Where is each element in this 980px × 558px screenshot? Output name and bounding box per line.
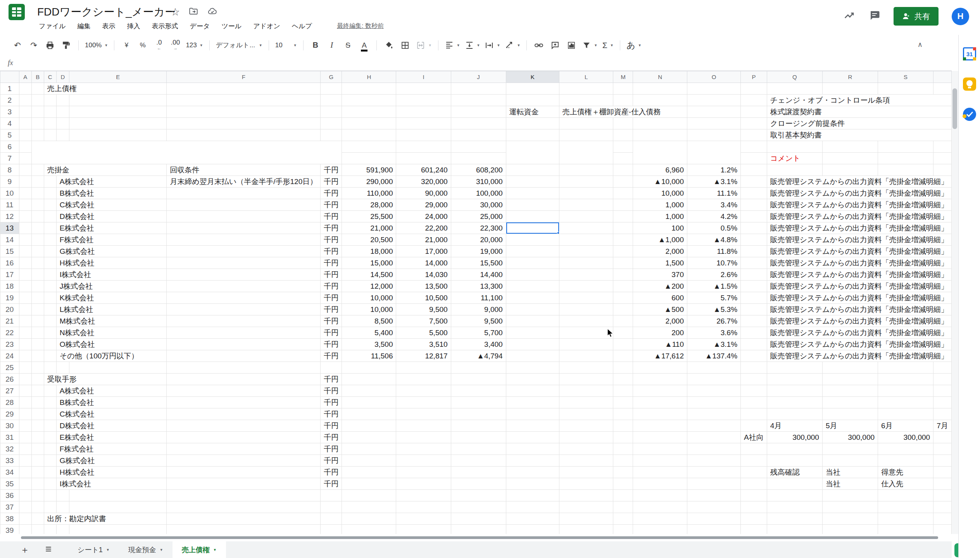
row-header-27[interactable]: 27	[0, 385, 19, 397]
cell-N39[interactable]	[633, 525, 687, 534]
cell-P4[interactable]	[741, 118, 767, 129]
menu-2[interactable]: 編集	[78, 22, 91, 31]
cell-P35[interactable]	[741, 478, 767, 490]
cell-Q1[interactable]	[767, 83, 822, 95]
cell-P10[interactable]	[741, 188, 767, 199]
cell-I11[interactable]: 29,000	[396, 199, 451, 211]
cell-K32[interactable]	[506, 443, 559, 455]
menu-5[interactable]: 表示形式	[152, 22, 178, 31]
row-header-9[interactable]: 9	[0, 176, 19, 188]
cell-D34[interactable]: H株式会社	[56, 467, 167, 478]
cell-J27[interactable]	[451, 385, 506, 397]
cell-C5[interactable]	[44, 129, 56, 141]
cell-P26[interactable]	[741, 374, 767, 385]
cell-F5[interactable]	[167, 129, 321, 141]
cell-N31[interactable]	[633, 432, 687, 443]
cell-F3[interactable]	[167, 106, 321, 118]
cell-H22[interactable]: 5,400	[342, 327, 396, 339]
cell-B24[interactable]	[31, 350, 44, 362]
cell-T33[interactable]	[933, 455, 952, 467]
cell-D20[interactable]: L株式会社	[56, 304, 167, 315]
cell-C21[interactable]	[44, 315, 56, 327]
cell-P36[interactable]	[741, 490, 767, 501]
cell-J34[interactable]	[451, 467, 506, 478]
cell-D14[interactable]: F株式会社	[56, 234, 167, 246]
cell-A9[interactable]	[19, 176, 31, 188]
cell-N21[interactable]: 2,000	[633, 315, 687, 327]
horizontal-scrollbar-thumb[interactable]	[21, 536, 938, 539]
column-header-A[interactable]: A	[19, 71, 31, 83]
cell-O19[interactable]: 5.7%	[687, 292, 741, 304]
cell-N18[interactable]: ▲200	[633, 281, 687, 292]
cell-Q33[interactable]	[767, 455, 822, 467]
cell-O23[interactable]: ▲3.1%	[687, 339, 741, 350]
cell-O30[interactable]	[687, 420, 741, 432]
cell-L17[interactable]	[559, 269, 613, 281]
cell-D32[interactable]: F株式会社	[56, 443, 167, 455]
cell-K24[interactable]	[506, 350, 559, 362]
cell-N10[interactable]: 10,000	[633, 188, 687, 199]
cell-O15[interactable]: 11.8%	[687, 246, 741, 257]
tasks-icon[interactable]	[963, 108, 976, 121]
cell-A21[interactable]	[19, 315, 31, 327]
cell-S26[interactable]	[878, 374, 933, 385]
cell-T8[interactable]	[933, 164, 952, 176]
cell-N2[interactable]	[633, 95, 687, 106]
row-header-2[interactable]: 2	[0, 95, 19, 106]
cell-M25[interactable]	[613, 362, 633, 374]
cell-B13[interactable]	[31, 222, 44, 234]
menu-1[interactable]: ファイル	[39, 22, 66, 31]
cell-I17[interactable]: 14,030	[396, 269, 451, 281]
cell-E36[interactable]	[69, 490, 167, 501]
cell-M17[interactable]	[613, 269, 633, 281]
cell-S39[interactable]	[878, 525, 933, 534]
row-header-35[interactable]: 35	[0, 478, 19, 490]
cell-L38[interactable]	[559, 513, 613, 525]
cell-B2[interactable]	[31, 95, 44, 106]
cell-K11[interactable]	[506, 199, 559, 211]
cell-J36[interactable]	[451, 490, 506, 501]
cell-L25[interactable]	[559, 362, 613, 374]
cell-K31[interactable]	[506, 432, 559, 443]
format-percent-button[interactable]: %	[137, 38, 148, 52]
cell-F1[interactable]	[167, 83, 321, 95]
cell-H4[interactable]	[342, 118, 396, 129]
cell-B36[interactable]	[31, 490, 44, 501]
cell-M8[interactable]	[613, 164, 633, 176]
keep-icon[interactable]	[963, 78, 976, 91]
cloud-saved-icon[interactable]	[207, 6, 218, 18]
create-filter-button[interactable]: ▼	[582, 38, 597, 52]
calendar-icon[interactable]: 31	[963, 47, 976, 60]
cell-H39[interactable]	[342, 525, 396, 534]
cell-B27[interactable]	[31, 385, 44, 397]
cell-J11[interactable]: 30,000	[451, 199, 506, 211]
cell-J8[interactable]: 608,200	[451, 164, 506, 176]
menu-6[interactable]: データ	[190, 22, 210, 31]
cell-O10[interactable]: 11.1%	[687, 188, 741, 199]
menu-7[interactable]: ツール	[221, 22, 242, 31]
cell-O26[interactable]	[687, 374, 741, 385]
cell-L2[interactable]	[559, 95, 613, 106]
cell-Q17[interactable]: 販売管理システムからの出力資料「売掛金増減明細」	[767, 269, 951, 281]
collapse-toolbar-icon[interactable]: ∧	[918, 40, 923, 49]
font-size-select[interactable]: 10▼	[275, 38, 297, 52]
cell-F14[interactable]	[167, 234, 321, 246]
column-header-C[interactable]: C	[44, 71, 56, 83]
cell-I19[interactable]: 10,500	[396, 292, 451, 304]
cell-N6[interactable]: 増減	[633, 141, 687, 164]
cell-J12[interactable]: 25,000	[451, 211, 506, 222]
cell-P16[interactable]	[741, 257, 767, 269]
cell-G36[interactable]	[321, 490, 342, 501]
cell-O29[interactable]	[687, 408, 741, 420]
cell-K37[interactable]	[506, 501, 559, 513]
cell-J17[interactable]: 14,400	[451, 269, 506, 281]
cell-I27[interactable]	[396, 385, 451, 397]
cell-Q3[interactable]: 株式譲渡契約書	[767, 106, 951, 118]
cell-C29[interactable]	[44, 408, 56, 420]
cell-T6[interactable]	[933, 141, 952, 153]
cell-P11[interactable]	[741, 199, 767, 211]
cell-M35[interactable]	[613, 478, 633, 490]
cell-J26[interactable]	[451, 374, 506, 385]
cell-O34[interactable]	[687, 467, 741, 478]
cell-Q35[interactable]	[767, 478, 822, 490]
